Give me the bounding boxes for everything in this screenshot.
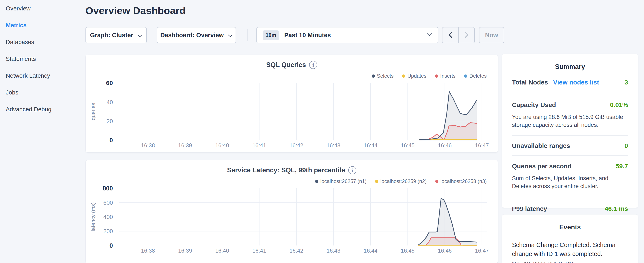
svg-text:16:45: 16:45 xyxy=(401,247,414,254)
dashboard-dropdown-label: Dashboard: Overview xyxy=(160,32,224,39)
time-range-selector[interactable]: 10m Past 10 Minutes xyxy=(256,27,438,43)
legend-dot-icon xyxy=(375,180,378,183)
graph-scope-dropdown[interactable]: Graph: Cluster xyxy=(86,27,147,43)
chart-title-row: SQL Queries xyxy=(86,61,498,69)
legend-item: localhost:26258 (n3) xyxy=(435,178,487,184)
summary-value: 59.7 xyxy=(616,163,628,170)
summary-label: Queries per second xyxy=(512,163,572,170)
summary-label: Unavailable ranges xyxy=(512,142,570,149)
summary-row-capacity-used: Capacity Used 0.01% You are using 28.6 M… xyxy=(512,93,628,136)
svg-text:0: 0 xyxy=(110,137,113,144)
svg-text:16:47: 16:47 xyxy=(475,142,489,149)
chart-title: Service Latency: SQL, 99th percentile xyxy=(227,166,345,174)
now-button[interactable]: Now xyxy=(479,27,504,43)
time-window-pager xyxy=(442,27,475,43)
sidebar-item-network-latency[interactable]: Network Latency xyxy=(0,67,86,84)
legend-item: localhost:26259 (n2) xyxy=(375,178,426,184)
summary-subtext: You are using 28.6 MiB of 515.9 GiB usab… xyxy=(512,113,628,129)
summary-row-total-nodes: Total Nodes View nodes list 3 xyxy=(512,71,628,93)
svg-text:20: 20 xyxy=(106,118,113,124)
svg-text:200: 200 xyxy=(103,228,113,234)
sidebar-item-statements[interactable]: Statements xyxy=(0,51,86,67)
chevron-down-icon xyxy=(138,32,142,39)
sidebar-item-databases[interactable]: Databases xyxy=(0,34,86,51)
summary-label: Capacity Used xyxy=(512,101,556,109)
sidebar-item-metrics[interactable]: Metrics xyxy=(0,17,86,34)
summary-title: Summary xyxy=(512,54,628,71)
svg-text:16:44: 16:44 xyxy=(364,142,378,149)
legend-dot-icon xyxy=(464,75,467,78)
svg-text:16:46: 16:46 xyxy=(438,142,452,149)
legend-item: Deletes xyxy=(464,73,487,79)
service-latency-chart: 16:3816:3916:4016:4116:4216:4316:4416:45… xyxy=(86,186,498,258)
page-title: Overview Dashboard xyxy=(86,5,186,16)
chevron-down-icon xyxy=(427,33,432,37)
events-panel: Events Schema Change Completed: Schema c… xyxy=(502,214,638,263)
chart-title: SQL Queries xyxy=(266,61,306,69)
time-range-label: Past 10 Minutes xyxy=(284,32,331,39)
events-title: Events xyxy=(512,214,628,231)
svg-text:0: 0 xyxy=(110,242,113,249)
svg-text:400: 400 xyxy=(103,214,113,220)
controls-bar: Graph: Cluster Dashboard: Overview 10m P… xyxy=(86,27,504,43)
info-icon[interactable] xyxy=(348,166,356,174)
summary-panel: Summary Total Nodes View nodes list 3 Ca… xyxy=(502,54,638,208)
svg-text:16:39: 16:39 xyxy=(178,247,192,254)
chevron-right-icon xyxy=(465,32,468,39)
summary-label: Total Nodes xyxy=(512,79,548,86)
sql-queries-chart-card: SQL Queries SelectsUpdatesInsertsDeletes… xyxy=(86,55,498,153)
summary-subtext: Sum of Selects, Updates, Inserts, and De… xyxy=(512,174,628,190)
svg-text:60: 60 xyxy=(106,80,113,86)
next-window-button[interactable] xyxy=(458,28,474,43)
sidebar-item-jobs[interactable]: Jobs xyxy=(0,84,86,101)
summary-row-unavailable-ranges: Unavailable ranges 0 xyxy=(512,136,628,156)
svg-text:latency (ms): latency (ms) xyxy=(90,202,96,231)
summary-label: P99 latency xyxy=(512,205,547,212)
sidebar-item-overview[interactable]: Overview xyxy=(0,0,86,17)
previous-window-button[interactable] xyxy=(442,28,458,43)
chart-legend: SelectsUpdatesInsertsDeletes xyxy=(372,73,487,79)
summary-value: 0.01% xyxy=(610,101,628,109)
svg-text:16:41: 16:41 xyxy=(252,142,266,149)
main-content: Overview Dashboard Graph: Cluster Dashbo… xyxy=(86,0,498,263)
svg-text:16:47: 16:47 xyxy=(475,247,489,254)
chevron-down-icon xyxy=(228,32,232,39)
app: { "colors": { "accent_blue": "#2b8af0", … xyxy=(0,0,644,263)
summary-value: 0 xyxy=(624,142,628,149)
legend-item: localhost:26257 (n1) xyxy=(315,178,366,184)
svg-text:queries: queries xyxy=(90,103,96,120)
event-timestamp: May 13, 2020 at 4:45 PM xyxy=(512,260,628,263)
legend-dot-icon xyxy=(402,75,405,78)
svg-text:16:43: 16:43 xyxy=(326,247,340,254)
svg-text:16:39: 16:39 xyxy=(178,142,192,149)
sidebar-item-advanced-debug[interactable]: Advanced Debug xyxy=(0,101,86,118)
service-latency-chart-card: Service Latency: SQL, 99th percentile lo… xyxy=(86,160,498,263)
summary-value: 46.1 ms xyxy=(605,205,628,212)
summary-row-queries-per-second: Queries per second 59.7 Sum of Selects, … xyxy=(512,156,628,197)
sql-queries-chart: 16:3816:3916:4016:4116:4216:4316:4416:45… xyxy=(86,80,498,153)
legend-dot-icon xyxy=(435,180,438,183)
svg-text:16:38: 16:38 xyxy=(141,247,155,254)
legend-item: Updates xyxy=(402,73,426,79)
sidebar: Overview Metrics Databases Statements Ne… xyxy=(0,0,86,118)
chart-title-row: Service Latency: SQL, 99th percentile xyxy=(86,166,498,174)
svg-text:16:42: 16:42 xyxy=(289,247,303,254)
dashboard-dropdown[interactable]: Dashboard: Overview xyxy=(157,27,236,43)
svg-text:16:38: 16:38 xyxy=(141,142,155,149)
graph-scope-dropdown-label: Graph: Cluster xyxy=(90,32,133,39)
view-nodes-list-link[interactable]: View nodes list xyxy=(553,79,599,86)
controls-divider xyxy=(248,29,248,41)
time-range-badge: 10m xyxy=(263,31,279,40)
svg-text:16:40: 16:40 xyxy=(215,142,229,149)
svg-text:16:44: 16:44 xyxy=(364,247,378,254)
svg-text:16:42: 16:42 xyxy=(289,142,303,149)
info-icon[interactable] xyxy=(309,61,317,69)
event-message: Schema Change Completed: Schema change w… xyxy=(512,240,628,258)
svg-text:600: 600 xyxy=(103,200,113,206)
svg-text:16:46: 16:46 xyxy=(438,247,452,254)
svg-text:16:43: 16:43 xyxy=(326,142,340,149)
svg-text:16:41: 16:41 xyxy=(252,247,266,254)
svg-text:16:45: 16:45 xyxy=(401,142,414,149)
summary-value: 3 xyxy=(624,79,628,86)
svg-text:800: 800 xyxy=(103,186,113,192)
